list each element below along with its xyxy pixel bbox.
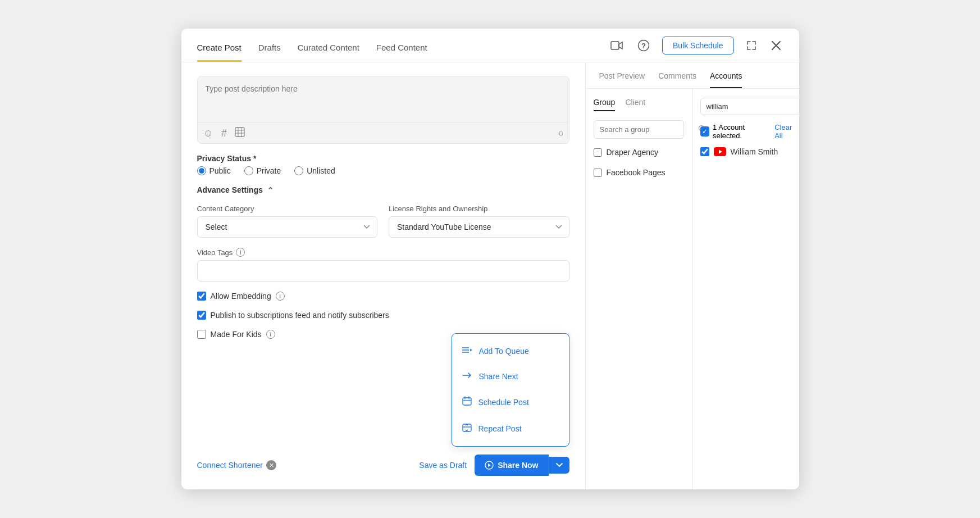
accounts-search-input[interactable] [706,102,799,111]
repeat-post-label: Repeat Post [478,424,522,433]
modal-header: Create Post Drafts Curated Content Feed … [181,29,799,62]
allow-embedding-label: Allow Embedding [211,292,271,301]
connect-shortener-link[interactable]: Connect Shortener ✕ [197,460,277,470]
video-tags-info-icon: i [236,248,245,257]
schedule-post-item[interactable]: Schedule Post [452,389,569,415]
content-category-label: Content Category [197,205,378,213]
selected-count-row: ✓ 1 Account selected. Clear All 1 [700,123,799,140]
group-draper-agency-label: Draper Agency [607,148,659,157]
group-draper-agency[interactable]: Draper Agency [594,146,684,159]
right-panel: Post Preview Comments Accounts Group Cli… [586,62,799,489]
share-chevron-button[interactable] [549,457,569,474]
group-facebook-pages[interactable]: Facebook Pages [594,166,684,179]
modal-body: ☺ # 0 Privacy Stat [181,62,799,489]
action-buttons: Save as Draft [419,455,569,476]
share-next-icon [462,371,472,381]
svg-rect-11 [463,398,471,405]
add-to-queue-icon [462,346,472,357]
allow-embedding-checkbox[interactable]: Allow Embedding i [197,292,569,301]
group-client-tabs: Group Client [594,98,684,111]
share-now-button[interactable]: Share Now [475,455,548,476]
post-description-textarea[interactable] [198,76,569,130]
license-rights-label: License Rights and Ownership [389,205,569,213]
share-next-item[interactable]: Share Next [452,364,569,389]
nav-tabs: Create Post Drafts Curated Content Feed … [197,29,427,62]
remove-shortener-icon[interactable]: ✕ [266,460,276,470]
repeat-post-icon [462,422,472,434]
accounts-list-header: ✕ [700,98,799,115]
add-to-queue-label: Add To Queue [479,347,529,356]
group-search-input[interactable] [600,125,694,134]
advance-settings-label: Advance Settings [197,185,263,194]
accounts-panel: Group Client Dra [586,89,799,489]
private-label: Private [257,166,281,175]
char-count: 0 [559,129,563,138]
schedule-post-icon [462,396,472,408]
unlisted-label: Unlisted [307,166,335,175]
share-next-label: Share Next [479,372,518,381]
help-icon-button[interactable]: ? [635,37,652,54]
group-section: Group Client Dra [586,89,692,489]
selected-count-text: 1 Account selected. [713,123,771,140]
privacy-unlisted-option[interactable]: Unlisted [294,166,335,175]
svg-text:?: ? [641,42,646,50]
tab-post-preview[interactable]: Post Preview [599,71,645,88]
accounts-list-section: ✕ ✓ 1 Account selected. Clear All 1 [692,89,799,489]
svg-rect-0 [611,42,619,49]
accounts-search-container [700,98,799,115]
group-search-container [594,120,684,139]
client-tab[interactable]: Client [625,98,645,111]
close-icon-button[interactable] [769,38,783,53]
content-category-group: Content Category Select [197,205,378,238]
account-william-smith-label: William Smith [731,147,778,156]
schedule-post-label: Schedule Post [478,398,529,407]
tab-accounts[interactable]: Accounts [710,71,742,88]
publish-feed-label: Publish to subscriptions feed and notify… [211,311,389,320]
content-category-select[interactable]: Select [197,216,378,238]
publish-feed-checkbox[interactable]: Publish to subscriptions feed and notify… [197,311,569,320]
post-description-wrapper: ☺ # 0 [197,76,569,144]
tab-create-post[interactable]: Create Post [197,43,241,62]
allow-embedding-info-icon: i [276,292,285,301]
chevron-up-icon: ⌃ [267,186,274,194]
tab-curated-content[interactable]: Curated Content [298,43,359,62]
svg-rect-3 [235,128,244,137]
table-icon[interactable] [235,127,245,140]
video-icon-button[interactable] [608,39,625,52]
advance-settings-toggle[interactable]: Advance Settings ⌃ [197,185,569,194]
license-rights-select[interactable]: Standard YouTube License [389,216,569,238]
privacy-status-label: Privacy Status * [197,154,569,163]
group-tab[interactable]: Group [594,98,616,111]
emoji-icon[interactable]: ☺ [203,128,213,139]
right-tabs: Post Preview Comments Accounts [586,62,799,89]
youtube-icon [714,146,726,158]
hashtag-icon[interactable]: # [221,128,227,139]
left-panel: ☺ # 0 Privacy Stat [181,62,586,489]
made-for-kids-info-icon: i [266,330,275,339]
add-to-queue-item[interactable]: Add To Queue [452,338,569,364]
license-rights-group: License Rights and Ownership Standard Yo… [389,205,569,238]
account-william-smith[interactable]: William Smith [700,146,799,158]
video-tags-label: Video Tags i [197,248,569,257]
left-footer: Connect Shortener ✕ Save as Draft [197,447,569,476]
share-now-label: Share Now [498,461,538,470]
made-for-kids-label: Made For Kids [211,330,262,339]
video-tags-section: Video Tags i [197,248,569,281]
tab-comments[interactable]: Comments [658,71,696,88]
bulk-schedule-button[interactable]: Bulk Schedule [662,37,734,54]
public-label: Public [209,166,231,175]
share-actions: Add To Queue Share Next [475,455,569,476]
privacy-status-section: Privacy Status * Public Private Unlisted [197,154,569,175]
share-dropdown-menu: Add To Queue Share Next [452,333,569,447]
repeat-post-item[interactable]: Repeat Post [452,415,569,442]
save-draft-button[interactable]: Save as Draft [419,461,467,470]
header-actions: ? Bulk Schedule [608,37,783,54]
privacy-public-option[interactable]: Public [197,166,231,175]
video-tags-input[interactable] [197,260,569,281]
tab-drafts[interactable]: Drafts [258,43,281,62]
privacy-private-option[interactable]: Private [244,166,281,175]
tab-feed-content[interactable]: Feed Content [376,43,427,62]
selected-check-icon: ✓ [700,126,710,137]
expand-icon-button[interactable] [744,38,759,53]
clear-all-link[interactable]: Clear All [774,123,799,140]
